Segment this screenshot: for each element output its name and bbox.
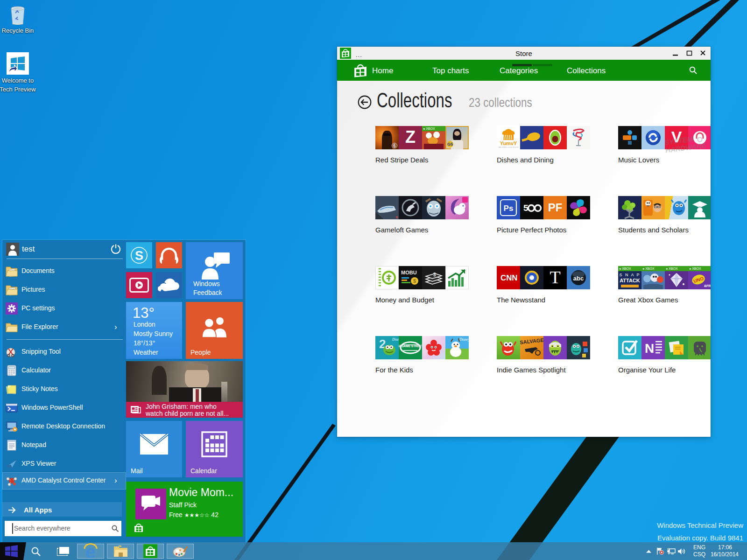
svg-text:MOBU: MOBU [401,270,417,275]
svg-text:abc: abc [573,275,584,282]
svg-text:&FRIENDS: &FRIENDS [704,284,711,287]
svg-text:Ps: Ps [504,204,514,213]
svg-text:$: $ [433,272,436,277]
svg-text:SALVAGE: SALVAGE [520,337,543,345]
svg-text:YumvY: YumvY [500,140,517,146]
svg-text:Disney: Disney [459,337,469,342]
svg-text:$: $ [413,278,416,284]
svg-text:RECIPES COOK BOOK: RECIPES COOK BOOK [498,146,518,148]
svg-text:Disney: Disney [392,337,399,342]
svg-text:6: 6 [396,215,398,219]
svg-text:S: S [135,249,143,263]
svg-text:N: N [645,341,654,356]
svg-text:CNN: CNN [500,273,517,282]
